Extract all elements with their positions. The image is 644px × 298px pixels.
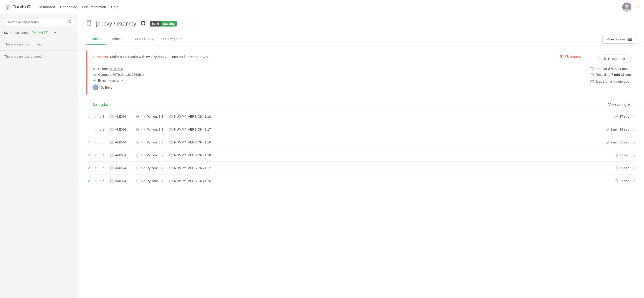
sidebar: My Repositories Running (0/0) + There ar… bbox=[0, 14, 78, 298]
job-arch: AMD64 bbox=[110, 140, 133, 144]
job-cancel-button[interactable]: ⊘ bbox=[632, 127, 636, 132]
avatar-image bbox=[622, 3, 631, 12]
ran-time: 2 min 34 sec bbox=[608, 67, 628, 71]
build-badge: build passing bbox=[150, 21, 177, 27]
svg-rect-40 bbox=[111, 129, 113, 130]
tab-running[interactable]: Running (0/0) bbox=[31, 30, 51, 35]
repo-icon bbox=[86, 20, 92, 27]
env-icon bbox=[169, 141, 173, 144]
nav-help[interactable]: Help bbox=[111, 5, 118, 9]
nav-links: Dashboard Changelog Documentation Help bbox=[38, 5, 118, 9]
sub-tabs: Build jobs View config bbox=[78, 100, 644, 110]
repo-tabs: Current Branches Build History Pull Requ… bbox=[78, 33, 644, 45]
job-row[interactable]: ✓ # 8.4 AMD64 </> Python: 3.7 bbox=[86, 149, 636, 162]
job-env: NUMPY_VERSION=1.17 bbox=[169, 128, 601, 131]
tab-my-repos[interactable]: My Repositories bbox=[4, 31, 28, 35]
tab-pull-requests[interactable]: Pull Requests bbox=[157, 33, 187, 45]
arch-icon bbox=[110, 141, 113, 144]
job-row[interactable]: ✓ # 8.3 AMD64 </> Python: 3.8 bbox=[86, 136, 636, 149]
job-cancel-button[interactable]: ⊘ bbox=[632, 178, 636, 184]
nav-changelog[interactable]: Changelog bbox=[60, 5, 77, 9]
job-lang: </> Python: 3.8 bbox=[136, 115, 166, 118]
more-options-label: More options bbox=[607, 37, 626, 41]
job-status-icon: ✓ bbox=[86, 114, 91, 119]
nav-documentation[interactable]: Documentation bbox=[82, 5, 106, 9]
sidebar-tabs: My Repositories Running (0/0) + bbox=[0, 30, 78, 38]
more-options-button[interactable]: More options bbox=[602, 35, 636, 44]
job-time: 2 min 34 sec bbox=[604, 128, 629, 131]
compare-icon bbox=[93, 73, 96, 77]
job-hash-icon: # bbox=[95, 153, 97, 157]
job-arch: AMD64 bbox=[110, 153, 133, 157]
search-icon bbox=[68, 20, 72, 23]
job-number: 8.4 bbox=[100, 153, 107, 157]
view-config-button[interactable]: View config bbox=[602, 100, 636, 110]
repo-header: jobovy / exampy build passing bbox=[78, 14, 644, 33]
svg-rect-49 bbox=[170, 128, 172, 129]
arch-icon bbox=[110, 166, 113, 170]
job-arch: AMD64 bbox=[110, 166, 133, 170]
build-commit-message: Make build matrix with two Python versio… bbox=[110, 55, 211, 59]
job-lang: </> Python: 3.8 bbox=[136, 128, 166, 131]
lang-icon bbox=[136, 166, 139, 170]
author-avatar bbox=[93, 84, 99, 90]
branch-link[interactable]: Branch master bbox=[98, 79, 120, 82]
svg-rect-47 bbox=[170, 129, 172, 131]
branch-meta: Branch master ↗ bbox=[93, 79, 145, 82]
job-hash-icon: # bbox=[95, 166, 97, 170]
user-avatar[interactable] bbox=[622, 3, 631, 12]
author-meta: Jo Bovy bbox=[93, 84, 145, 90]
no-running-message: There are no jobs running bbox=[0, 38, 78, 50]
app-logo: 📡 Travis CI bbox=[5, 4, 32, 10]
job-lang: </> Python: 3.8 bbox=[136, 140, 166, 144]
lang-icon bbox=[136, 154, 139, 157]
job-time: 27 sec bbox=[604, 153, 629, 157]
svg-rect-23 bbox=[591, 80, 594, 83]
job-cancel-button[interactable]: ⊘ bbox=[632, 139, 636, 145]
svg-point-19 bbox=[93, 81, 94, 82]
svg-point-3 bbox=[69, 20, 71, 22]
job-row[interactable]: ✓ # 8.5 AMD64 </> Python: 3.7 bbox=[86, 162, 636, 175]
job-row[interactable]: ✓ # 8.1 AMD64 </> Python: 3.8 bbox=[86, 110, 636, 123]
job-cancel-button[interactable]: ⊘ bbox=[632, 152, 636, 158]
build-status: #8 errored bbox=[560, 55, 595, 59]
job-lang: </> Python: 3.7 bbox=[136, 179, 166, 183]
user-dropdown-arrow[interactable]: ▾ bbox=[637, 5, 639, 9]
main-content: jobovy / exampy build passing Current Br… bbox=[78, 14, 644, 298]
lang-icon bbox=[136, 179, 139, 183]
build-status-text: #8 errored bbox=[565, 55, 581, 59]
compare-hash-link[interactable]: 7979d6a...810868b bbox=[112, 73, 141, 77]
repo-full-name: jobovy / exampy bbox=[96, 20, 136, 27]
nav-dashboard[interactable]: Dashboard bbox=[38, 5, 55, 9]
github-icon[interactable] bbox=[140, 20, 146, 27]
tab-current[interactable]: Current bbox=[86, 33, 106, 45]
job-number: 8.5 bbox=[100, 166, 107, 170]
tab-build-history[interactable]: Build History bbox=[129, 33, 157, 45]
job-row[interactable]: ✓ # 8.6 AMD64 </> Python: 3.7 bbox=[86, 175, 636, 187]
search-input[interactable] bbox=[4, 18, 74, 26]
commit-label: Commit 810868b ↗ bbox=[98, 67, 127, 71]
tab-branches[interactable]: Branches bbox=[106, 33, 129, 45]
svg-rect-37 bbox=[170, 115, 172, 116]
search-button[interactable] bbox=[68, 20, 72, 24]
compare-meta: Compare 7979d6a...810868b ↗ bbox=[93, 73, 145, 77]
job-status-icon: ! bbox=[86, 127, 91, 132]
job-time: 2 min 51 sec bbox=[604, 140, 629, 144]
job-lang: </> Python: 3.7 bbox=[136, 153, 166, 157]
config-active-dot bbox=[628, 104, 630, 106]
commit-hash-link[interactable]: 810868b bbox=[110, 67, 123, 71]
arch-icon bbox=[110, 179, 113, 183]
job-cancel-button[interactable]: ⊘ bbox=[632, 114, 636, 119]
svg-rect-95 bbox=[170, 180, 172, 182]
build-header-row: ↓ master Make build matrix with two Pyth… bbox=[93, 55, 631, 63]
restart-build-button[interactable]: Restart build bbox=[598, 55, 631, 63]
arch-icon bbox=[110, 128, 113, 131]
svg-line-4 bbox=[71, 22, 72, 23]
subtab-build-jobs[interactable]: Build jobs bbox=[86, 100, 114, 110]
job-hash-icon: # bbox=[95, 114, 97, 118]
job-cancel-button[interactable]: ⊘ bbox=[632, 165, 636, 171]
job-row[interactable]: ! # 8.2 AMD64 </> Python: 3.8 bbox=[86, 123, 636, 136]
svg-rect-76 bbox=[111, 167, 113, 169]
job-arch: AMD64 bbox=[110, 179, 133, 183]
add-repo-button[interactable]: + bbox=[54, 30, 56, 35]
